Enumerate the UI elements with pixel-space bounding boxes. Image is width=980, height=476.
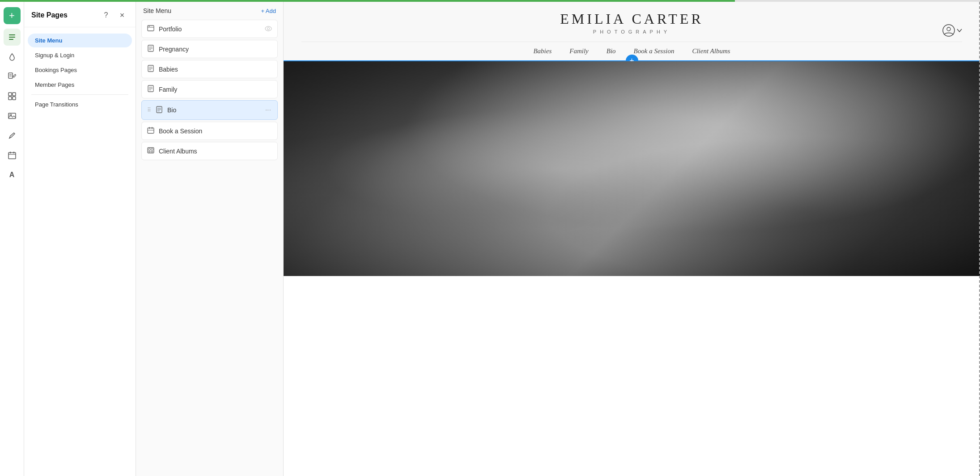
svg-rect-1 xyxy=(9,37,15,38)
menu-item-portfolio[interactable]: Portfolio xyxy=(141,20,278,38)
pages-header-icons: ? × xyxy=(100,9,128,21)
bio-page-icon xyxy=(156,106,163,115)
family-page-icon xyxy=(147,85,154,94)
nav-bio[interactable]: Bio xyxy=(607,47,616,55)
edit-button[interactable] xyxy=(4,68,21,85)
menu-item-label-bio: Bio xyxy=(167,106,260,114)
pen-button[interactable] xyxy=(4,127,21,144)
babies-page-icon xyxy=(147,65,154,73)
add-button[interactable]: + xyxy=(4,7,21,24)
calendar-button[interactable] xyxy=(4,147,21,164)
site-menu-panel: Site Menu + Add Portfolio Pregnancy Babi xyxy=(136,2,284,476)
font-icon: A xyxy=(9,171,15,179)
svg-rect-17 xyxy=(148,26,154,31)
svg-rect-42 xyxy=(148,149,150,150)
nav-client-albums[interactable]: Client Albums xyxy=(692,47,730,55)
ink-drop-icon xyxy=(8,53,16,61)
portfolio-page-icon xyxy=(147,25,154,33)
menu-item-label-pregnancy: Pregnancy xyxy=(159,46,272,53)
svg-rect-2 xyxy=(9,39,13,40)
pages-panel: Site Pages ? × Site Menu Signup & Login … xyxy=(24,2,136,476)
menu-item-label-client-albums: Client Albums xyxy=(159,148,272,155)
nav-divider xyxy=(31,94,128,95)
svg-point-47 xyxy=(947,27,950,31)
add-page-button[interactable]: + Add xyxy=(261,8,276,14)
menu-item-list: Portfolio Pregnancy Babies Family xyxy=(141,20,278,160)
image-icon xyxy=(8,112,16,120)
apps-icon xyxy=(8,92,16,100)
image-button[interactable] xyxy=(4,107,21,124)
nav-item-site-menu[interactable]: Site Menu xyxy=(28,34,132,47)
edit-icon xyxy=(8,72,16,81)
pen-icon xyxy=(8,132,16,140)
pages-icon xyxy=(8,33,17,42)
pregnancy-page-icon xyxy=(147,45,154,53)
calendar-icon xyxy=(8,151,16,159)
ink-drop-button[interactable] xyxy=(4,48,21,65)
svg-rect-43 xyxy=(151,149,153,150)
svg-point-20 xyxy=(267,27,270,30)
pages-panel-title: Site Pages xyxy=(31,11,68,19)
hero-image xyxy=(284,61,980,276)
book-session-page-icon xyxy=(147,127,154,135)
svg-point-46 xyxy=(943,25,955,36)
menu-item-book-session[interactable]: Book a Session xyxy=(141,122,278,140)
canvas-area: EMILIA CARTER PHOTOGRAPHY Babies Family … xyxy=(284,2,980,476)
svg-rect-3 xyxy=(8,73,13,78)
nav-family[interactable]: Family xyxy=(569,47,589,55)
menu-item-bio[interactable]: ⠿ Bio ··· xyxy=(141,100,278,120)
chevron-down-icon xyxy=(957,29,962,32)
help-button[interactable]: ? xyxy=(100,9,112,21)
site-logo-name: EMILIA CARTER xyxy=(301,11,962,27)
menu-item-babies[interactable]: Babies xyxy=(141,60,278,78)
nav-item-member[interactable]: Member Pages xyxy=(28,78,132,92)
user-account-area[interactable] xyxy=(942,24,962,37)
user-avatar-icon xyxy=(942,24,955,37)
nav-babies[interactable]: Babies xyxy=(533,47,552,55)
svg-rect-9 xyxy=(13,97,16,100)
menu-item-family[interactable]: Family xyxy=(141,80,278,98)
nav-item-bookings[interactable]: Bookings Pages xyxy=(28,63,132,77)
menu-item-label-babies: Babies xyxy=(159,66,272,73)
menu-item-client-albums[interactable]: Client Albums xyxy=(141,142,278,160)
apps-button[interactable] xyxy=(4,88,21,105)
pages-icon-button[interactable] xyxy=(4,29,21,46)
pages-panel-header: Site Pages ? × xyxy=(24,2,136,27)
svg-rect-45 xyxy=(151,151,153,152)
svg-rect-6 xyxy=(8,93,12,96)
svg-rect-37 xyxy=(148,128,154,133)
site-menu-header: Site Menu + Add xyxy=(141,7,278,14)
menu-item-label-family: Family xyxy=(159,86,272,93)
menu-item-label-book-session: Book a Session xyxy=(159,128,272,135)
svg-rect-0 xyxy=(9,34,15,35)
nav-item-transitions[interactable]: Page Transitions xyxy=(28,98,132,111)
svg-rect-7 xyxy=(13,93,16,96)
font-button[interactable]: A xyxy=(4,166,21,183)
website-preview: EMILIA CARTER PHOTOGRAPHY Babies Family … xyxy=(284,2,980,476)
eye-icon xyxy=(265,26,272,33)
site-logo-sub: PHOTOGRAPHY xyxy=(301,29,962,34)
svg-rect-13 xyxy=(8,153,16,159)
nav-item-signup-login[interactable]: Signup & Login xyxy=(28,48,132,62)
icon-sidebar: + xyxy=(0,2,24,476)
site-header: EMILIA CARTER PHOTOGRAPHY Babies Family … xyxy=(284,2,980,60)
menu-item-pregnancy[interactable]: Pregnancy xyxy=(141,40,278,58)
svg-point-19 xyxy=(265,26,272,31)
svg-rect-10 xyxy=(8,113,16,119)
site-menu-title: Site Menu xyxy=(143,7,171,14)
pages-nav: Site Menu Signup & Login Bookings Pages … xyxy=(24,27,136,118)
svg-point-18 xyxy=(149,26,150,27)
nav-book-session[interactable]: Book a Session xyxy=(634,47,675,55)
svg-rect-44 xyxy=(148,151,150,152)
drag-handle-icon: ⠿ xyxy=(147,107,151,113)
svg-rect-8 xyxy=(8,97,12,100)
client-albums-page-icon xyxy=(147,147,154,155)
bio-more-button[interactable]: ··· xyxy=(264,105,272,115)
menu-item-label-portfolio: Portfolio xyxy=(159,26,260,33)
close-button[interactable]: × xyxy=(116,9,128,21)
